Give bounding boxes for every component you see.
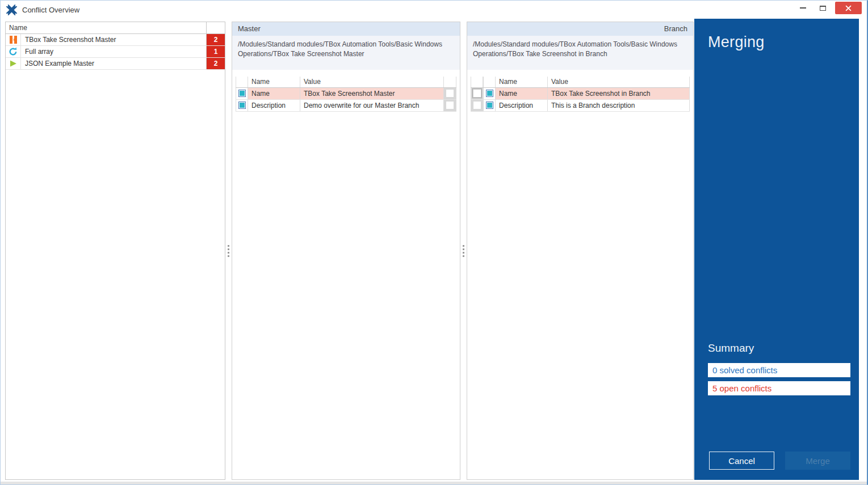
branch-panel-title: Branch <box>467 22 693 36</box>
solved-conflicts-bar: 0 solved conflicts <box>708 363 850 377</box>
conflict-list-panel: Name TBox Take Screenshot Master 2 <box>5 22 225 480</box>
content-area: Name TBox Take Screenshot Master 2 <box>1 19 867 484</box>
property-checkbox[interactable] <box>238 102 246 109</box>
splitter-handle[interactable] <box>460 22 467 480</box>
property-value: TBox Take Screenshot Master <box>300 88 444 99</box>
checkbox-cell <box>483 100 496 111</box>
cancel-button[interactable]: Cancel <box>709 452 774 470</box>
tbox-module-icon <box>6 34 21 45</box>
property-value: Demo overwrite for our Master Branch <box>300 100 444 111</box>
select-column-header <box>444 77 456 87</box>
name-column-header: Name <box>6 24 206 32</box>
property-value: This is a Branch description <box>548 100 690 111</box>
splitter-handle[interactable] <box>225 22 232 480</box>
summary-title: Summary <box>708 342 850 355</box>
conflict-item-label: Full array <box>21 46 206 57</box>
merge-button[interactable]: Merge <box>785 452 850 470</box>
property-checkbox[interactable] <box>486 90 493 97</box>
titlebar: Conflict Overview <box>1 1 867 19</box>
property-name: Description <box>248 100 300 111</box>
conflict-item-label: JSON Example Master <box>21 58 206 69</box>
take-value-checkbox[interactable] <box>473 90 481 97</box>
table-row[interactable]: Name TBox Take Screenshot Master <box>236 88 456 100</box>
conflict-list-item[interactable]: Full array 1 <box>6 46 225 58</box>
close-button[interactable] <box>835 2 862 14</box>
checkbox-column-header <box>483 77 496 87</box>
play-icon <box>6 58 21 69</box>
summary-section: Summary 0 solved conflicts 5 open confli… <box>708 342 850 399</box>
window-resize-edge <box>1 482 867 484</box>
take-value-checkbox[interactable] <box>446 90 454 97</box>
branch-table: Name Value Name TBox Take Screenshot in … <box>471 77 690 112</box>
master-table-header: Name Value <box>236 77 456 88</box>
window-title: Conflict Overview <box>22 6 79 14</box>
select-cell <box>471 88 483 99</box>
property-name: Name <box>496 88 548 99</box>
branch-path: /Modules/Standard modules/TBox Automatio… <box>467 36 693 70</box>
open-conflicts-bar: 5 open conflicts <box>708 381 850 395</box>
value-column-header: Value <box>300 77 444 87</box>
maximize-icon <box>820 6 826 11</box>
action-buttons: Cancel Merge <box>709 452 850 470</box>
property-checkbox[interactable] <box>238 90 246 97</box>
value-column-header: Value <box>548 77 690 87</box>
tosca-logo-icon <box>6 5 17 15</box>
branch-panel: Branch /Modules/Standard modules/TBox Au… <box>467 22 694 480</box>
property-value: TBox Take Screenshot in Branch <box>548 88 690 99</box>
master-panel: Master /Modules/Standard modules/TBox Au… <box>232 22 460 480</box>
property-name: Name <box>248 88 300 99</box>
table-row[interactable]: Description Demo overwrite for our Maste… <box>236 100 456 112</box>
checkbox-cell <box>483 88 496 99</box>
count-column-header <box>206 22 225 33</box>
table-row[interactable]: Description This is a Branch description <box>471 100 690 112</box>
minimize-icon <box>800 7 806 9</box>
branch-table-header: Name Value <box>471 77 690 88</box>
checkbox-cell <box>236 88 248 99</box>
checkbox-cell <box>236 100 248 111</box>
maximize-button[interactable] <box>815 2 830 14</box>
conflict-item-label: TBox Take Screenshot Master <box>21 34 206 45</box>
minimize-button[interactable] <box>795 2 810 14</box>
conflict-list-item[interactable]: JSON Example Master 2 <box>6 58 225 70</box>
master-path: /Modules/Standard modules/TBox Automatio… <box>232 36 460 70</box>
checkbox-column-header <box>236 77 248 87</box>
close-icon <box>845 5 852 11</box>
property-name: Description <box>496 100 548 111</box>
conflict-count-badge: 2 <box>206 58 225 69</box>
conflict-count-badge: 1 <box>206 46 225 57</box>
conflict-list-item[interactable]: TBox Take Screenshot Master 2 <box>6 34 225 46</box>
select-cell <box>471 100 483 111</box>
select-cell <box>444 100 456 111</box>
select-column-header <box>471 77 483 87</box>
window-controls <box>795 2 867 14</box>
master-table: Name Value Name TBox Take Screenshot Mas… <box>236 77 456 112</box>
conflict-list-header: Name <box>6 22 225 34</box>
take-value-checkbox[interactable] <box>446 102 454 109</box>
property-checkbox[interactable] <box>486 102 493 109</box>
name-column-header: Name <box>248 77 300 87</box>
take-value-checkbox[interactable] <box>473 102 481 109</box>
conflict-count-badge: 2 <box>206 34 225 45</box>
select-cell <box>444 88 456 99</box>
merging-title: Merging <box>708 33 859 51</box>
table-row[interactable]: Name TBox Take Screenshot in Branch <box>471 88 690 100</box>
master-panel-title: Master <box>232 22 460 36</box>
sync-icon <box>6 46 21 57</box>
conflict-overview-window: Conflict Overview Name <box>0 0 868 485</box>
merging-panel: Merging Summary 0 solved conflicts 5 ope… <box>694 19 859 480</box>
name-column-header: Name <box>496 77 548 87</box>
